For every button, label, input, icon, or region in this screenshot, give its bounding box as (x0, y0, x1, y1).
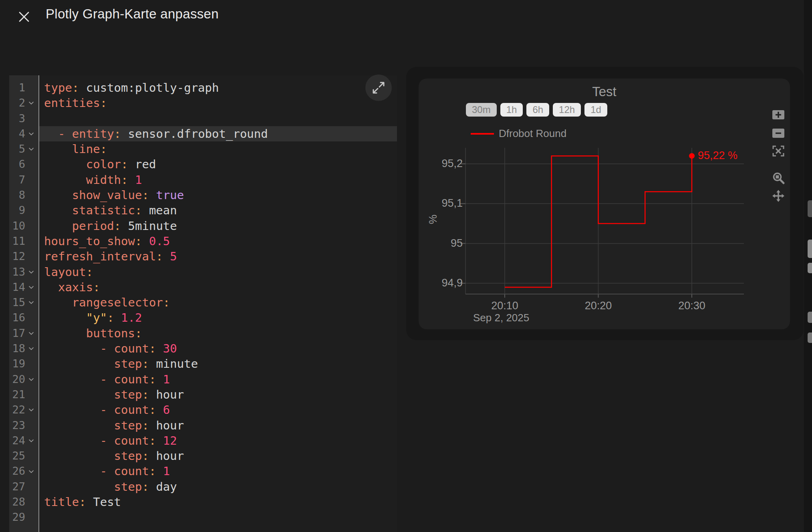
y-tick-label: 95,2 (419, 157, 463, 170)
line-number: 19 (9, 356, 25, 371)
pan-icon (772, 189, 785, 203)
code-token: custom:plotly-graph (79, 81, 219, 95)
code-token: hours_to_show (44, 234, 135, 248)
code-token: step (114, 480, 142, 494)
code-token (44, 188, 72, 202)
clipped-ui-fragment (808, 240, 812, 258)
code-line: layout: (39, 264, 397, 280)
line-number: 21 (9, 387, 25, 402)
code-token: 1 (163, 373, 170, 386)
line-number: 22 (9, 402, 25, 417)
line-number: 29 (9, 510, 25, 525)
code-token (44, 357, 114, 371)
line-number: 5 (9, 141, 25, 157)
code-token: 12 (163, 434, 177, 447)
code-token: hour (149, 388, 184, 401)
code-token: : (135, 234, 142, 248)
gutter-line: 20 (9, 372, 38, 387)
gutter-line: 18 (9, 341, 38, 356)
zoom-box-icon (772, 171, 785, 185)
line-number: 10 (9, 218, 25, 234)
autoscale-button[interactable] (772, 144, 785, 158)
code-line: rangeselector: (39, 295, 397, 310)
line-number: 27 (9, 479, 25, 494)
code-line: - count: 6 (39, 402, 397, 417)
clipped-ui-fragment (808, 200, 812, 217)
yaml-editor: 1234567891011121314151617181920212223242… (9, 75, 397, 532)
fold-toggle-icon[interactable] (27, 99, 36, 107)
code-token: mean (142, 204, 177, 217)
line-number: 6 (9, 157, 25, 172)
code-token (114, 311, 121, 324)
gutter-line: 22 (9, 402, 38, 417)
clipped-ui-fragment (808, 263, 812, 273)
gutter-line: 1 (9, 80, 38, 95)
fold-toggle-icon[interactable] (27, 344, 36, 353)
code-token: 30 (163, 342, 177, 355)
code-line: xaxis: (39, 280, 397, 295)
gutter-line: 29 (9, 510, 38, 525)
line-number: 25 (9, 448, 25, 463)
code-token: : (142, 480, 149, 494)
code-line: - count: 30 (39, 341, 397, 356)
close-icon (18, 11, 30, 23)
gutter-line: 12 (9, 249, 38, 264)
code-token: step (114, 357, 142, 371)
fold-toggle-icon[interactable] (27, 329, 36, 338)
fullscreen-button[interactable] (365, 75, 392, 101)
code-token (156, 342, 163, 355)
x-axis-date-label: Sep 2, 2025 (473, 312, 529, 324)
pan-button[interactable] (772, 189, 785, 203)
fold-toggle-icon[interactable] (27, 405, 36, 414)
code-token: buttons (86, 326, 135, 340)
fold-toggle-icon[interactable] (27, 268, 36, 276)
fold-toggle-icon[interactable] (27, 145, 36, 153)
y-tick-label: 95 (419, 237, 463, 250)
code-token (156, 464, 163, 478)
code-token: - (44, 127, 72, 141)
zoom-box-button[interactable] (772, 171, 785, 185)
code-token: 5 (170, 250, 177, 263)
zoom-out-button[interactable] (772, 126, 785, 140)
zoom-in-button[interactable] (772, 108, 785, 121)
gutter-line: 8 (9, 187, 38, 203)
gutter-line: 25 (9, 448, 38, 463)
code-line: refresh_interval: 5 (39, 249, 397, 264)
code-token: minute (149, 357, 198, 371)
gutter-line: 11 (9, 234, 38, 249)
code-token: : (72, 81, 79, 95)
gutter-line: 5 (9, 141, 38, 157)
code-line: period: 5minute (39, 218, 397, 234)
code-line: - count: 12 (39, 433, 397, 448)
fold-toggle-icon[interactable] (27, 129, 36, 138)
fold-toggle-icon[interactable] (27, 283, 36, 292)
gutter-line: 24 (9, 433, 38, 448)
line-number: 3 (9, 111, 25, 126)
code-token: layout (44, 265, 86, 279)
code-token: hour (149, 419, 184, 432)
close-button[interactable] (15, 8, 33, 26)
code-token (44, 219, 72, 233)
code-token: : (93, 280, 100, 294)
gutter-line: 10 (9, 218, 38, 234)
code-token: true (156, 188, 184, 202)
gutter-line: 14 (9, 280, 38, 295)
fold-toggle-icon[interactable] (27, 298, 36, 307)
code-line: entities: (39, 95, 397, 111)
fold-toggle-icon[interactable] (27, 436, 36, 445)
editor-code-lines[interactable]: type: custom:plotly-graphentities: - ent… (39, 75, 397, 532)
chart-plot-area[interactable] (419, 79, 790, 329)
code-token (156, 434, 163, 447)
code-token: show_value (72, 188, 142, 202)
code-token (44, 419, 114, 432)
code-token: : (149, 434, 156, 447)
code-line: type: custom:plotly-graph (39, 80, 397, 95)
line-number: 9 (9, 203, 25, 218)
zoom-in-icon (772, 108, 785, 121)
code-line: title: Test (39, 494, 397, 510)
fold-toggle-icon[interactable] (27, 467, 36, 476)
code-line: width: 1 (39, 172, 397, 187)
gutter-line: 16 (9, 310, 38, 325)
code-token (44, 449, 114, 463)
fold-toggle-icon[interactable] (27, 375, 36, 384)
